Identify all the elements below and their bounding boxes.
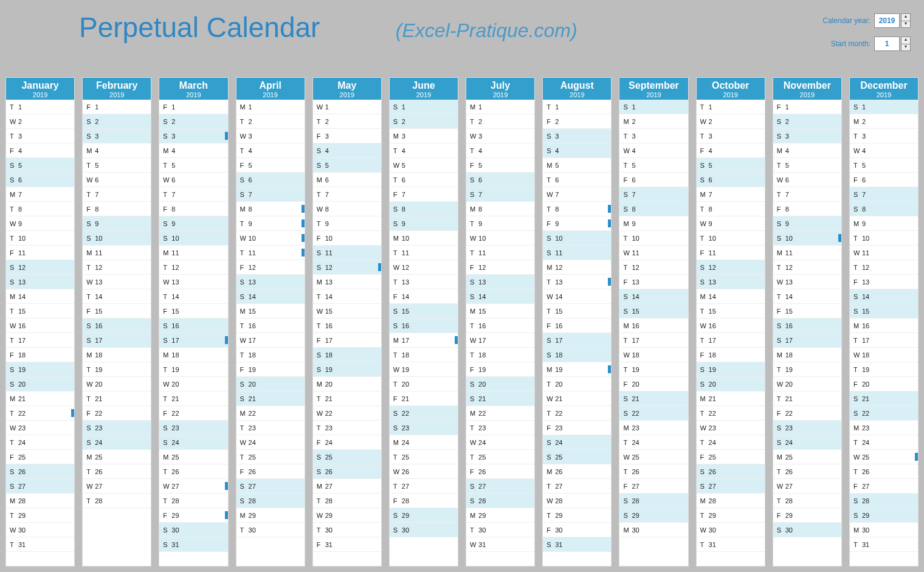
day-cell[interactable]: T14 [159, 289, 227, 304]
day-cell[interactable]: S29 [390, 508, 458, 523]
day-cell[interactable]: S18 [543, 348, 611, 362]
day-cell[interactable]: W20 [83, 377, 151, 391]
day-cell[interactable]: W10 [236, 231, 305, 246]
day-cell[interactable]: W25 [850, 450, 918, 464]
day-cell[interactable]: W9 [6, 216, 74, 231]
day-cell[interactable]: F22 [159, 406, 227, 421]
day-cell[interactable]: M18 [159, 348, 227, 362]
day-cell[interactable]: S10 [773, 231, 841, 246]
day-cell[interactable]: S1 [390, 100, 458, 114]
day-cell[interactable]: F5 [466, 158, 534, 173]
day-cell[interactable]: W4 [850, 143, 918, 158]
day-cell[interactable]: S16 [773, 319, 841, 333]
day-cell[interactable]: S19 [697, 362, 765, 377]
day-cell[interactable]: F9 [543, 216, 611, 231]
day-cell[interactable]: W2 [6, 114, 74, 129]
day-cell[interactable]: M7 [697, 187, 765, 202]
day-cell[interactable]: T25 [236, 450, 305, 464]
day-cell[interactable]: S26 [313, 464, 381, 479]
day-cell[interactable]: M12 [543, 260, 611, 275]
day-cell[interactable]: S14 [619, 289, 688, 304]
day-cell[interactable]: T12 [83, 260, 151, 275]
day-cell[interactable]: T5 [83, 158, 151, 173]
day-cell[interactable]: S9 [83, 216, 151, 231]
day-cell[interactable]: M25 [159, 450, 227, 464]
day-cell[interactable]: T25 [390, 450, 458, 464]
day-cell[interactable]: S25 [543, 450, 611, 464]
day-cell[interactable]: S7 [850, 187, 918, 202]
day-cell[interactable]: M22 [236, 406, 305, 421]
day-cell[interactable]: W24 [236, 435, 305, 450]
day-cell[interactable]: S28 [850, 494, 918, 508]
day-cell[interactable]: T23 [313, 421, 381, 435]
day-cell[interactable]: W4 [619, 143, 688, 158]
day-cell[interactable]: S6 [236, 173, 305, 187]
day-cell[interactable]: M7 [6, 187, 74, 202]
day-cell[interactable]: S8 [390, 202, 458, 216]
day-cell[interactable]: F2 [543, 114, 611, 129]
day-cell[interactable]: T28 [313, 494, 381, 508]
day-cell[interactable]: W25 [619, 450, 688, 464]
day-cell[interactable]: F15 [83, 304, 151, 319]
day-cell[interactable]: S17 [159, 333, 227, 348]
day-cell[interactable]: T12 [773, 260, 841, 275]
day-cell[interactable]: T28 [83, 494, 151, 508]
day-cell[interactable]: T10 [850, 231, 918, 246]
day-cell[interactable]: F27 [850, 479, 918, 494]
day-cell[interactable]: T9 [466, 216, 534, 231]
day-cell[interactable]: T15 [6, 304, 74, 319]
day-cell[interactable]: W29 [313, 508, 381, 523]
day-cell[interactable]: T30 [466, 523, 534, 537]
day-cell[interactable]: M19 [543, 362, 611, 377]
day-cell[interactable]: T17 [619, 333, 688, 348]
day-cell[interactable]: M27 [313, 479, 381, 494]
day-cell[interactable]: M23 [850, 421, 918, 435]
day-cell[interactable]: F10 [313, 231, 381, 246]
day-cell[interactable]: T14 [313, 289, 381, 304]
day-cell[interactable]: F25 [697, 450, 765, 464]
day-cell[interactable]: W6 [159, 173, 227, 187]
day-cell[interactable]: T26 [159, 464, 227, 479]
day-cell[interactable]: F26 [236, 464, 305, 479]
day-cell[interactable]: W13 [773, 275, 841, 289]
day-cell[interactable]: F12 [466, 260, 534, 275]
day-cell[interactable]: W10 [466, 231, 534, 246]
day-cell[interactable]: M15 [466, 304, 534, 319]
day-cell[interactable]: M16 [619, 319, 688, 333]
day-cell[interactable]: T2 [236, 114, 305, 129]
day-cell[interactable]: S21 [466, 391, 534, 406]
day-cell[interactable]: W19 [390, 362, 458, 377]
day-cell[interactable]: W23 [697, 421, 765, 435]
day-cell[interactable]: W1 [313, 100, 381, 114]
day-cell[interactable]: W17 [236, 333, 305, 348]
day-cell[interactable]: S9 [159, 216, 227, 231]
day-cell[interactable]: F17 [313, 333, 381, 348]
day-cell[interactable]: S23 [773, 421, 841, 435]
day-cell[interactable]: M2 [619, 114, 688, 129]
day-cell[interactable]: S7 [466, 187, 534, 202]
day-cell[interactable]: S2 [773, 114, 841, 129]
day-cell[interactable]: T14 [773, 289, 841, 304]
day-cell[interactable]: W11 [850, 246, 918, 260]
day-cell[interactable]: W18 [850, 348, 918, 362]
day-cell[interactable]: S20 [236, 377, 305, 391]
day-cell[interactable]: S1 [850, 100, 918, 114]
day-cell[interactable]: S14 [850, 289, 918, 304]
day-cell[interactable]: S26 [697, 464, 765, 479]
day-cell[interactable]: W30 [697, 523, 765, 537]
day-cell[interactable]: S14 [466, 289, 534, 304]
chevron-down-icon[interactable]: ▼ [901, 44, 911, 51]
day-cell[interactable]: T12 [619, 260, 688, 275]
day-cell[interactable]: F1 [773, 100, 841, 114]
day-cell[interactable]: M8 [236, 202, 305, 216]
day-cell[interactable]: T16 [466, 319, 534, 333]
day-cell[interactable]: T30 [236, 523, 305, 537]
day-cell[interactable]: F18 [6, 348, 74, 362]
day-cell[interactable]: S27 [697, 479, 765, 494]
day-cell[interactable]: T28 [159, 494, 227, 508]
day-cell[interactable]: F22 [83, 406, 151, 421]
day-cell[interactable]: S3 [83, 129, 151, 143]
day-cell[interactable]: M9 [619, 216, 688, 231]
day-cell[interactable]: S3 [543, 129, 611, 143]
day-cell[interactable]: S23 [159, 421, 227, 435]
